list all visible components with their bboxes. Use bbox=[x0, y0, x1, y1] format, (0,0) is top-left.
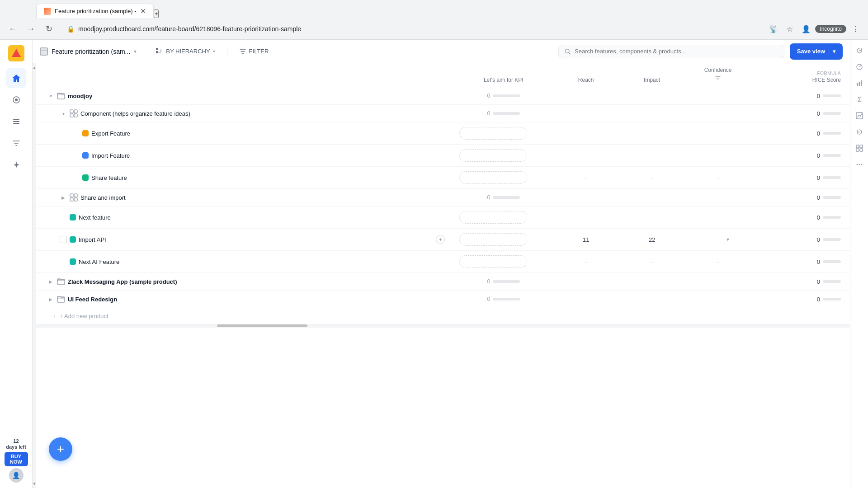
kpi-cell[interactable] bbox=[454, 167, 553, 189]
sidebar-item-home[interactable] bbox=[6, 68, 26, 88]
kpi-input[interactable] bbox=[459, 171, 527, 184]
kpi-input[interactable] bbox=[459, 211, 527, 224]
bookmark-button[interactable]: ☆ bbox=[783, 22, 797, 36]
search-bar[interactable] bbox=[558, 45, 784, 58]
right-panel-refresh[interactable] bbox=[852, 43, 867, 58]
expand-button[interactable]: ▶ bbox=[47, 278, 54, 285]
reach-cell bbox=[553, 105, 619, 122]
row-label: Share and import bbox=[80, 194, 126, 201]
forward-button[interactable]: → bbox=[24, 22, 38, 36]
kpi-input[interactable] bbox=[459, 127, 527, 140]
folder-icon bbox=[57, 92, 65, 100]
row-label: Export Feature bbox=[91, 130, 130, 137]
right-panel-chart[interactable] bbox=[852, 76, 867, 90]
right-panel-chart2[interactable] bbox=[852, 108, 867, 123]
rice-cell: 0 bbox=[751, 105, 850, 122]
svg-rect-13 bbox=[156, 51, 158, 53]
impact-cell: 22 bbox=[619, 229, 685, 251]
right-panel-analytics[interactable] bbox=[852, 60, 867, 74]
expand-button[interactable]: ▶ bbox=[47, 296, 54, 303]
app-logo[interactable] bbox=[8, 45, 24, 63]
svg-rect-23 bbox=[70, 110, 73, 113]
address-bar[interactable]: 🔒 moodjoy.productboard.com/feature-board… bbox=[60, 23, 763, 35]
hierarchy-button[interactable]: BY HIERARCHY ▾ bbox=[151, 45, 219, 58]
tab-close-button[interactable]: ✕ bbox=[140, 7, 146, 15]
add-product-row[interactable]: + + Add new product bbox=[36, 308, 850, 324]
row-label: Import API bbox=[79, 236, 106, 243]
impact-dash: - bbox=[624, 258, 679, 265]
save-view-button[interactable]: Save view ▾ bbox=[790, 43, 843, 60]
svg-rect-36 bbox=[861, 80, 862, 86]
table-container[interactable]: Let's aim for KPI Reach Impact Confidenc… bbox=[36, 63, 850, 488]
active-tab[interactable]: Feature prioritization (sample) - ✕ bbox=[36, 4, 154, 18]
left-scroll[interactable]: ▲ ▼ bbox=[33, 63, 36, 488]
kpi-cell[interactable] bbox=[454, 206, 553, 229]
kpi-input[interactable] bbox=[459, 255, 527, 268]
reach-cell bbox=[553, 291, 619, 308]
add-product-label: + Add new product bbox=[60, 313, 108, 319]
expand-button[interactable]: ▶ bbox=[60, 194, 67, 201]
menu-button[interactable]: ⋮ bbox=[848, 22, 863, 36]
search-input[interactable] bbox=[575, 48, 778, 55]
right-panel-refresh2[interactable] bbox=[852, 125, 867, 139]
kpi-cell: 0 bbox=[454, 105, 553, 122]
rice-score: 0 bbox=[756, 296, 844, 303]
feature-color-dot bbox=[82, 174, 89, 181]
rice-score: 0 bbox=[756, 194, 844, 201]
view-name[interactable]: Feature prioritization (sam... ▾ bbox=[40, 47, 137, 56]
reach-cell: 11 bbox=[553, 229, 619, 251]
sidebar-item-list[interactable] bbox=[6, 112, 26, 131]
expand-button[interactable]: ▾ bbox=[47, 92, 54, 99]
browser-chrome: Feature prioritization (sample) - ✕ + ← … bbox=[0, 0, 868, 40]
new-tab-button[interactable]: + bbox=[154, 9, 159, 18]
buy-now-button[interactable]: BUY NOW bbox=[5, 452, 28, 466]
sidebar-item-filter[interactable] bbox=[6, 133, 26, 153]
sidebar-item-lightbulb[interactable] bbox=[6, 90, 26, 110]
kpi-cell[interactable] bbox=[454, 251, 553, 273]
table-row: Share feature - - - 0 bbox=[36, 167, 850, 189]
kpi-input[interactable] bbox=[459, 149, 527, 162]
sidebar-item-sparkle[interactable] bbox=[6, 155, 26, 175]
add-feature-button[interactable]: + bbox=[436, 235, 445, 244]
right-panel-dots[interactable] bbox=[852, 157, 867, 172]
view-name-chevron[interactable]: ▾ bbox=[134, 48, 137, 55]
kpi-input[interactable] bbox=[459, 233, 527, 246]
svg-rect-35 bbox=[859, 82, 860, 86]
profile-button[interactable]: 👤 bbox=[799, 22, 813, 36]
bottom-scrollbar[interactable] bbox=[36, 324, 850, 328]
toolbar-separator-2 bbox=[227, 47, 227, 56]
cast-button[interactable]: 📡 bbox=[766, 22, 781, 36]
impact-cell: - bbox=[619, 206, 685, 229]
svg-rect-27 bbox=[70, 194, 73, 197]
name-cell: ▶ Zlack Messaging App (sample product) bbox=[36, 273, 454, 291]
features-table: Let's aim for KPI Reach Impact Confidenc… bbox=[36, 63, 850, 308]
table-row: Import API + 11 22 ▾ 0 bbox=[36, 229, 850, 251]
back-button[interactable]: ← bbox=[5, 22, 20, 36]
expand-button[interactable]: ▾ bbox=[60, 110, 67, 117]
user-avatar[interactable]: 👤 bbox=[9, 468, 24, 483]
bottom-scroll-thumb[interactable] bbox=[217, 324, 307, 327]
confidence-input[interactable] bbox=[707, 236, 725, 243]
right-panel bbox=[850, 40, 868, 488]
kpi-cell[interactable] bbox=[454, 122, 553, 145]
component-icon bbox=[70, 193, 78, 202]
rice-cell: 0 bbox=[751, 145, 850, 167]
impact-dash: - bbox=[624, 174, 679, 181]
right-panel-grid[interactable] bbox=[852, 141, 867, 155]
right-panel-sigma[interactable] bbox=[852, 92, 867, 107]
row-label: Next feature bbox=[79, 214, 111, 221]
reload-button[interactable]: ↻ bbox=[42, 22, 56, 36]
kpi-cell[interactable] bbox=[454, 145, 553, 167]
table-row: ▶ Share and import 0 0 bbox=[36, 189, 850, 206]
impact-cell bbox=[619, 87, 685, 105]
confidence-cell[interactable]: ▾ bbox=[690, 236, 745, 243]
filter-button[interactable]: FILTER bbox=[235, 45, 274, 58]
table-body: ▾ moodjoy 0 0 ▾ bbox=[36, 87, 850, 308]
rice-score: 0 bbox=[756, 152, 844, 159]
fab-add-button[interactable]: + bbox=[49, 437, 72, 461]
confidence-cell-wrapper[interactable]: ▾ bbox=[685, 229, 751, 251]
svg-point-47 bbox=[861, 164, 862, 165]
kpi-cell[interactable] bbox=[454, 229, 553, 251]
row-checkbox[interactable] bbox=[60, 236, 67, 243]
row-label: Zlack Messaging App (sample product) bbox=[68, 278, 177, 285]
